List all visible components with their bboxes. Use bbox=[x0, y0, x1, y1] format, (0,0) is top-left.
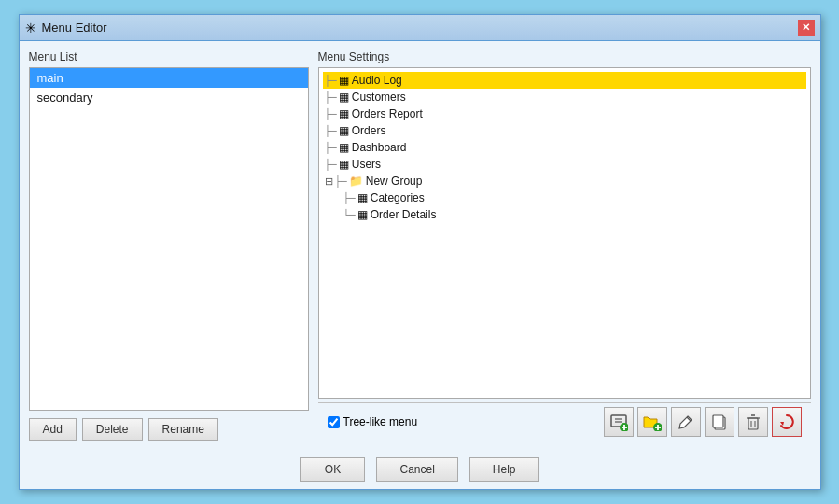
icon-buttons bbox=[604, 407, 802, 437]
tree-label-customers: Customers bbox=[352, 91, 406, 104]
tree-icon-new-group: 📁 bbox=[349, 175, 363, 188]
tree-item-orders-report[interactable]: ├─ ▦ Orders Report bbox=[323, 105, 806, 122]
tree-icon-audio-log: ▦ bbox=[339, 74, 349, 87]
dialog-title: Menu Editor bbox=[42, 21, 107, 35]
add-group-icon bbox=[643, 413, 662, 431]
copy-button[interactable] bbox=[705, 407, 734, 437]
left-panel: Menu List main secondary Add Delete Rena… bbox=[29, 50, 309, 441]
rename-button[interactable]: Rename bbox=[148, 418, 218, 441]
tree-item-categories[interactable]: ├─ ▦ Categories bbox=[323, 189, 806, 206]
svg-rect-11 bbox=[713, 415, 723, 427]
tree-like-menu-checkbox[interactable] bbox=[328, 416, 340, 428]
tree-box[interactable]: ├─ ▦ Audio Log ├─ ▦ Customers ├─ ▦ Order… bbox=[318, 67, 811, 399]
delete-button[interactable]: Delete bbox=[82, 418, 143, 441]
tree-label-users: Users bbox=[352, 158, 381, 171]
cancel-button[interactable]: Cancel bbox=[376, 457, 457, 482]
dialog: ✳ Menu Editor ✕ Menu List main secondary… bbox=[19, 14, 821, 490]
add-button[interactable]: Add bbox=[29, 418, 77, 441]
close-button[interactable]: ✕ bbox=[798, 20, 815, 36]
list-item-secondary[interactable]: secondary bbox=[30, 88, 308, 107]
tree-item-users[interactable]: ├─ ▦ Users bbox=[323, 156, 806, 173]
edit-button[interactable] bbox=[671, 407, 701, 437]
tree-line-3: ├─ bbox=[325, 108, 337, 120]
tree-line-9: └─ bbox=[343, 209, 356, 221]
tree-line-5: ├─ bbox=[325, 142, 337, 154]
add-item-icon bbox=[609, 413, 628, 431]
tree-label-orders: Orders bbox=[352, 124, 386, 137]
left-buttons: Add Delete Rename bbox=[29, 418, 309, 441]
tree-icon-orders-report: ▦ bbox=[339, 107, 349, 120]
menu-list-box[interactable]: main secondary bbox=[29, 67, 309, 411]
list-item-main[interactable]: main bbox=[30, 68, 308, 88]
tree-label-categories: Categories bbox=[371, 191, 425, 204]
tree-label-dashboard: Dashboard bbox=[352, 141, 407, 154]
tree-item-new-group[interactable]: ⊟ ├─ 📁 New Group bbox=[323, 173, 806, 189]
delete-item-button[interactable] bbox=[738, 407, 768, 437]
add-item-button[interactable] bbox=[604, 407, 634, 437]
menu-settings-label: Menu Settings bbox=[318, 50, 811, 63]
tree-item-dashboard[interactable]: ├─ ▦ Dashboard bbox=[323, 139, 806, 156]
content-area: Menu List main secondary Add Delete Rena… bbox=[20, 41, 820, 450]
help-button[interactable]: Help bbox=[469, 457, 539, 482]
delete-icon bbox=[744, 413, 762, 431]
footer: OK Cancel Help bbox=[20, 450, 820, 489]
tree-item-customers[interactable]: ├─ ▦ Customers bbox=[323, 89, 806, 105]
tree-label-order-details: Order Details bbox=[371, 208, 437, 221]
copy-icon bbox=[710, 413, 729, 431]
tree-item-orders[interactable]: ├─ ▦ Orders bbox=[323, 122, 806, 139]
bottom-toolbar: Tree-like menu bbox=[318, 402, 811, 441]
add-group-button[interactable] bbox=[637, 407, 667, 437]
svg-rect-12 bbox=[748, 418, 758, 429]
tree-icon-orders: ▦ bbox=[339, 124, 349, 137]
tree-line-8: ├─ bbox=[343, 192, 356, 204]
tree-line-4: ├─ bbox=[325, 125, 337, 137]
right-panel: Menu Settings ├─ ▦ Audio Log ├─ ▦ Custom… bbox=[318, 50, 811, 441]
tree-label-orders-report: Orders Report bbox=[352, 107, 423, 120]
ok-button[interactable]: OK bbox=[300, 457, 365, 482]
tree-icon-order-details: ▦ bbox=[357, 208, 368, 221]
dialog-icon: ✳ bbox=[25, 21, 36, 35]
tree-item-audio-log[interactable]: ├─ ▦ Audio Log bbox=[323, 72, 806, 89]
tree-like-menu-label: Tree-like menu bbox=[343, 415, 418, 428]
tree-item-order-details[interactable]: └─ ▦ Order Details bbox=[323, 206, 806, 223]
tree-checkbox-area: Tree-like menu bbox=[328, 415, 418, 428]
title-bar: ✳ Menu Editor ✕ bbox=[20, 15, 820, 41]
reset-icon bbox=[777, 413, 796, 431]
tree-label-audio-log: Audio Log bbox=[352, 74, 402, 87]
group-toggle-icon[interactable]: ⊟ bbox=[325, 175, 333, 188]
tree-line-6: ├─ bbox=[325, 159, 337, 171]
tree-line-1: ├─ bbox=[325, 75, 337, 87]
tree-icon-users: ▦ bbox=[339, 158, 349, 171]
tree-icon-categories: ▦ bbox=[357, 191, 368, 204]
tree-line-7: ├─ bbox=[335, 175, 347, 188]
tree-line-2: ├─ bbox=[325, 91, 337, 104]
edit-icon bbox=[677, 413, 695, 431]
tree-icon-customers: ▦ bbox=[339, 91, 349, 104]
title-bar-left: ✳ Menu Editor bbox=[25, 21, 107, 35]
reset-button[interactable] bbox=[772, 407, 802, 437]
tree-label-new-group: New Group bbox=[366, 175, 423, 188]
menu-list-label: Menu List bbox=[29, 50, 309, 63]
tree-icon-dashboard: ▦ bbox=[339, 141, 349, 154]
